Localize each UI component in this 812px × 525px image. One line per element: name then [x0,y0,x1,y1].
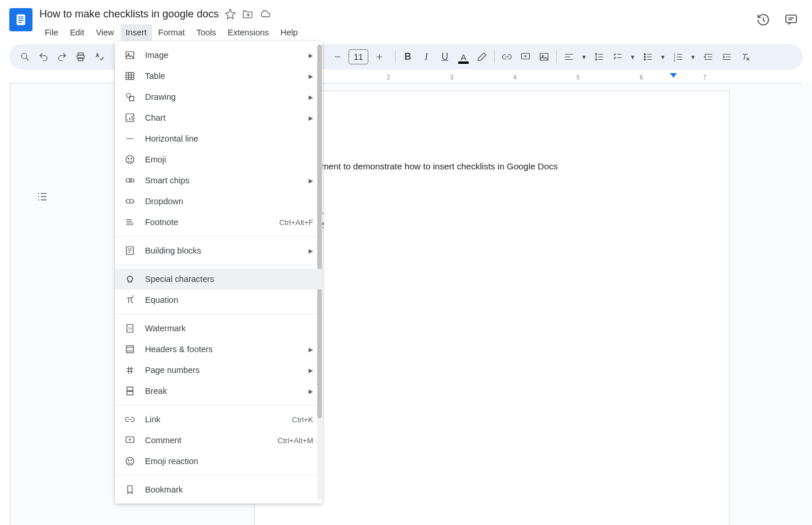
svg-rect-21 [126,73,134,79]
submenu-arrow-icon: ▶ [309,52,313,59]
bulleted-list-icon[interactable] [639,48,657,66]
menu-file[interactable]: File [39,24,63,41]
svg-rect-19 [126,52,134,59]
checklist-dropdown-arrow[interactable]: ▼ [628,54,638,60]
increase-font-icon[interactable] [371,48,388,66]
numbered-list-icon[interactable]: 123 [669,48,687,66]
history-icon[interactable] [755,12,771,28]
align-icon[interactable] [560,48,578,66]
submenu-arrow-icon: ▶ [309,178,313,184]
numbered-dropdown-arrow[interactable]: ▼ [688,54,698,60]
dropdown-icon [124,195,136,207]
highlight-icon[interactable] [473,48,491,66]
shortcut-label: Ctrl+Alt+M [278,436,313,445]
submenu-arrow-icon: ▶ [309,346,313,353]
menu-item-dropdown[interactable]: Dropdown [115,191,322,212]
svg-rect-29 [129,179,134,182]
print-icon[interactable] [72,48,89,66]
menu-item-emoji-reaction[interactable]: Emoji reaction [115,451,322,472]
menu-item-building-blocks[interactable]: Building blocks▶ [115,240,322,261]
ruler-tick: 3 [450,74,454,81]
italic-icon[interactable]: I [418,48,435,66]
document-text[interactable]: document to demonstrate how to insert ch… [302,160,682,173]
submenu-arrow-icon: ▶ [309,73,313,79]
underline-icon[interactable]: U [436,48,454,66]
comment-icon [124,435,136,446]
menu-insert[interactable]: Insert [121,24,152,41]
docs-logo[interactable] [9,8,32,31]
menu-item-label: Building blocks [145,246,299,255]
decrease-font-icon[interactable] [329,48,346,66]
pi-icon: 2 [124,294,136,306]
menu-item-label: Chart [145,113,299,122]
menu-item-label: Watermark [145,324,313,333]
bullet-dropdown-arrow[interactable]: ▼ [658,54,668,60]
menu-item-bookmark[interactable]: Bookmark [115,479,322,500]
menu-item-footnote[interactable]: FootnoteCtrl+Alt+F [115,212,322,233]
menu-tools[interactable]: Tools [191,24,222,41]
footnote-icon [124,216,136,228]
bold-icon[interactable]: B [399,48,416,66]
increase-indent-icon[interactable] [718,48,735,66]
document-text[interactable]: tem 2 [302,218,682,232]
menu-item-horizontal-line[interactable]: Horizontal line [115,128,322,149]
spellcheck-icon[interactable] [90,48,108,66]
chips-icon [124,175,136,186]
menu-item-image[interactable]: Image▶ [115,45,322,66]
menu-format[interactable]: Format [153,24,190,41]
menu-item-label: Drawing [145,92,299,102]
menu-item-comment[interactable]: CommentCtrl+Alt+M [115,430,322,451]
menu-item-equation[interactable]: 2Equation [115,289,322,310]
vertical-ruler[interactable] [0,84,10,525]
menu-item-label: Headers & footers [145,345,299,354]
menu-item-link[interactable]: LinkCtrl+K [115,409,322,430]
ruler-right-margin-marker[interactable] [670,73,677,78]
star-icon[interactable] [224,8,236,20]
svg-rect-35 [126,346,133,353]
chart-icon [124,112,136,124]
checklist-icon[interactable] [609,48,626,66]
menu-item-page-numbers[interactable]: Page numbers▶ [115,360,322,381]
redo-icon[interactable] [53,48,71,66]
comments-icon[interactable] [783,12,799,28]
menu-view[interactable]: View [90,24,119,41]
menubar: FileEditViewInsertFormatToolsExtensionsH… [39,24,748,41]
menu-extensions[interactable]: Extensions [223,24,274,41]
svg-rect-4 [18,22,21,23]
menu-item-chart[interactable]: Chart▶ [115,107,322,128]
menu-item-label: Special characters [145,274,313,284]
document-page[interactable]: document to demonstrate how to insert ch… [254,90,730,525]
svg-point-40 [128,460,129,461]
font-size-input[interactable]: 11 [349,49,368,64]
insert-menu-dropdown: Image▶Table▶Drawing▶Chart▶Horizontal lin… [115,41,322,504]
menu-help[interactable]: Help [276,24,303,41]
insert-image-icon[interactable] [535,48,553,66]
menu-item-emoji[interactable]: Emoji [115,149,322,170]
text-color-icon[interactable]: A [455,48,472,66]
move-icon[interactable] [242,8,253,20]
menu-item-drawing[interactable]: Drawing▶ [115,86,322,107]
menu-item-table[interactable]: Table▶ [115,66,322,86]
menu-item-break[interactable]: Break▶ [115,381,322,401]
search-icon[interactable] [16,48,34,66]
add-comment-icon[interactable] [517,48,534,66]
align-dropdown-arrow[interactable]: ▼ [579,54,589,60]
menu-item-special-characters[interactable]: Special characters [115,269,322,289]
clear-formatting-icon[interactable] [737,48,754,66]
insert-link-icon[interactable] [498,48,516,66]
menu-edit[interactable]: Edit [64,24,89,41]
menu-item-smart-chips[interactable]: Smart chips▶ [115,170,322,191]
decrease-indent-icon[interactable] [699,48,717,66]
svg-rect-9 [78,58,83,61]
link-icon [124,414,136,425]
svg-rect-36 [127,387,133,390]
menu-item-headers-footers[interactable]: Headers & footers▶ [115,339,322,360]
svg-point-14 [644,56,645,57]
line-spacing-icon[interactable] [590,48,608,66]
menu-item-watermark[interactable]: Watermark [115,318,322,339]
document-outline-icon[interactable] [34,188,51,205]
document-text[interactable]: tem 1 [302,204,682,218]
cloud-status-icon[interactable] [259,8,271,20]
undo-icon[interactable] [35,48,52,66]
document-title[interactable]: How to make checklists in google docs [39,8,219,20]
